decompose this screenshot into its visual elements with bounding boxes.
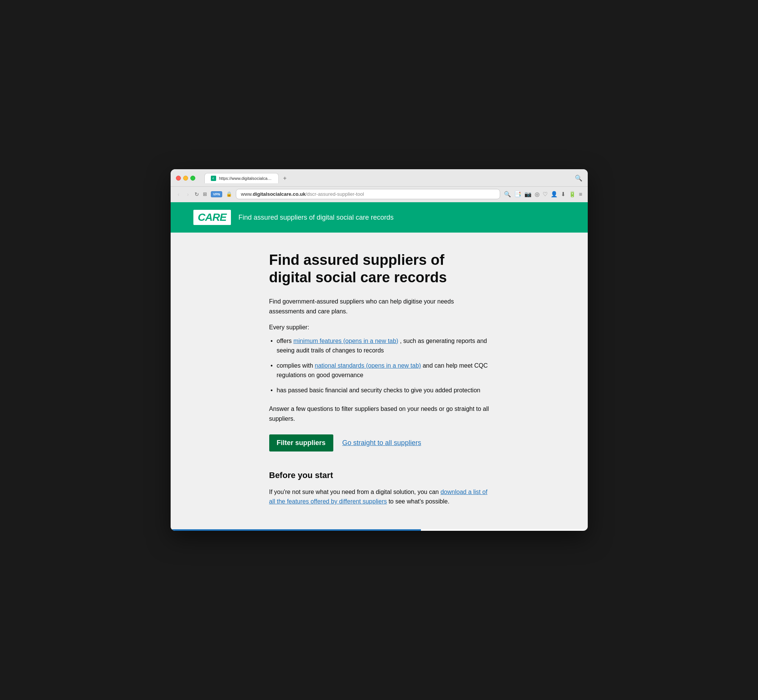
menu-icon[interactable]: ≡ — [579, 191, 582, 197]
active-tab[interactable]: C https://www.digitalsocialcare.c... — [204, 173, 279, 183]
care-logo: CARE — [193, 210, 231, 225]
camera-icon[interactable]: 📷 — [524, 191, 532, 198]
minimize-button[interactable] — [183, 176, 188, 181]
intro-text: Find government-assured suppliers who ca… — [269, 297, 489, 316]
national-standards-link[interactable]: national standards (opens in a new tab) — [315, 362, 421, 369]
cta-row: Filter suppliers Go straight to all supp… — [269, 434, 489, 451]
feature-text: has passed basic financial and security … — [277, 387, 480, 393]
before-text-before: If you're not sure what you need from a … — [269, 489, 441, 495]
feature-list: offers minimum features (opens in a new … — [269, 336, 489, 395]
before-you-start-text: If you're not sure what you need from a … — [269, 487, 489, 507]
new-tab-button[interactable]: + — [280, 173, 290, 183]
list-item: offers minimum features (opens in a new … — [269, 336, 489, 356]
tab-bar: C https://www.digitalsocialcare.c... + — [204, 173, 572, 183]
tab-favicon: C — [211, 176, 216, 181]
filter-suppliers-button[interactable]: Filter suppliers — [269, 434, 333, 451]
site-header: CARE Find assured suppliers of digital s… — [171, 202, 588, 233]
address-path: /dscr-assured-supplier-tool — [306, 191, 364, 197]
top-search-icon[interactable]: 🔍 — [575, 175, 582, 182]
search-icon[interactable]: 🔍 — [504, 191, 511, 198]
list-item: has passed basic financial and security … — [269, 385, 489, 395]
browser-toolbar: ‹ › ↻ ⊞ VPN 🔒 www.digitalsocialcare.co.u… — [171, 187, 588, 202]
toolbar-right-icons: 🔍 📑 📷 ◎ ♡ 👤 ⬇ 🔋 ≡ — [504, 191, 582, 198]
grid-button[interactable]: ⊞ — [203, 191, 207, 197]
settings-circle-icon[interactable]: ◎ — [535, 191, 540, 198]
close-button[interactable] — [176, 176, 181, 181]
tab-title: https://www.digitalsocialcare.c... — [219, 176, 272, 181]
minimum-features-link[interactable]: minimum features (opens in a new tab) — [293, 338, 399, 344]
page-title: Find assured suppliers of digital social… — [269, 252, 489, 286]
filter-intro: Answer a few questions to filter supplie… — [269, 404, 489, 423]
before-you-start-title: Before you start — [269, 470, 489, 480]
feature-text-before: complies with — [277, 362, 315, 369]
feature-text-before: offers — [277, 338, 293, 344]
all-suppliers-link[interactable]: Go straight to all suppliers — [342, 439, 421, 447]
back-button[interactable]: ‹ — [176, 190, 182, 198]
lock-icon: 🔒 — [226, 191, 232, 197]
address-domain: www.digitalsocialcare.co.uk — [241, 191, 306, 197]
forward-button[interactable]: › — [185, 190, 191, 198]
address-bar[interactable]: www.digitalsocialcare.co.uk /dscr-assure… — [236, 189, 500, 199]
traffic-lights — [176, 176, 195, 181]
main-content: Find assured suppliers of digital social… — [246, 233, 512, 529]
header-tagline: Find assured suppliers of digital social… — [239, 214, 394, 222]
maximize-button[interactable] — [190, 176, 195, 181]
favicon-text: C — [212, 177, 214, 179]
heart-icon[interactable]: ♡ — [543, 191, 548, 198]
browser-titlebar: C https://www.digitalsocialcare.c... + 🔍 — [171, 169, 588, 187]
browser-window: C https://www.digitalsocialcare.c... + 🔍… — [171, 169, 588, 531]
vpn-badge: VPN — [211, 191, 223, 197]
bookmark-icon[interactable]: 📑 — [514, 191, 521, 198]
page-body: CARE Find assured suppliers of digital s… — [171, 202, 588, 529]
before-text-after: to see what's possible. — [389, 498, 449, 505]
refresh-button[interactable]: ↻ — [195, 191, 199, 197]
list-item: complies with national standards (opens … — [269, 361, 489, 380]
download-icon[interactable]: ⬇ — [561, 191, 566, 198]
profile-icon[interactable]: 👤 — [551, 191, 558, 198]
browser-bottom-bar — [171, 529, 588, 531]
battery-icon: 🔋 — [569, 191, 576, 198]
every-supplier-label: Every supplier: — [269, 324, 489, 331]
